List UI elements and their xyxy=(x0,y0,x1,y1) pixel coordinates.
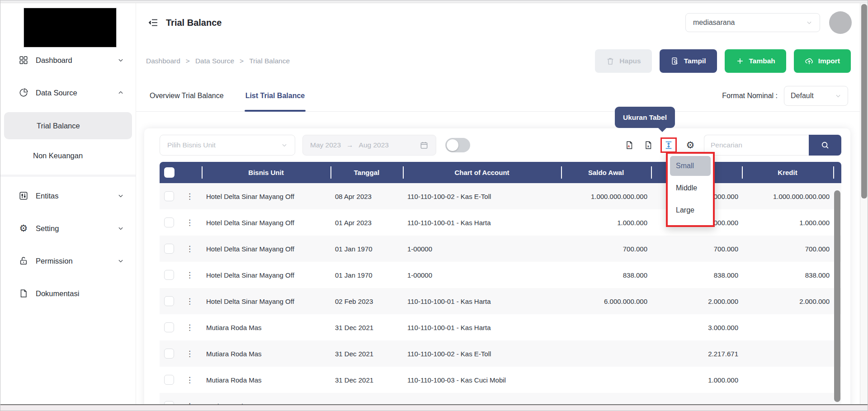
row-checkbox[interactable] xyxy=(164,191,174,201)
row-checkbox[interactable] xyxy=(164,217,174,227)
row-checkbox[interactable] xyxy=(164,322,174,332)
sidebar-item-trial-balance[interactable]: Trial Balance xyxy=(4,112,132,139)
cell-chart-of-account: 110-110-100-01 - Kas Harta xyxy=(403,298,561,305)
tab-list-trial-balance[interactable]: List Trial Balance xyxy=(245,80,305,111)
app-root: Dashboard Data Source Trial Balance Non … xyxy=(0,3,861,404)
row-checkbox[interactable] xyxy=(164,375,174,385)
row-menu-icon[interactable]: ⋮ xyxy=(186,218,193,227)
sidebar-item-data-source[interactable]: Data Source xyxy=(0,80,136,105)
chevron-down-icon xyxy=(806,19,812,26)
cell-tanggal: 01 Jan 1970 xyxy=(330,245,403,253)
breadcrumb-data-source[interactable]: Data Source xyxy=(195,57,234,65)
sidebar-item-dashboard[interactable]: Dashboard xyxy=(0,47,136,73)
row-menu-icon[interactable]: ⋮ xyxy=(186,270,193,279)
cell-saldo-awal: 1.000.000.000.000 xyxy=(561,193,651,200)
trial-balance-table: Bisnis Unit Tanggal Chart of Account Sal… xyxy=(160,162,841,404)
sidebar-item-label: Data Source xyxy=(36,89,118,97)
column-header-bisnis-unit: Bisnis Unit xyxy=(202,162,330,183)
toggle-switch[interactable] xyxy=(445,138,470,152)
table-row: ⋮Mutiara Roda Mas31 Dec 2021110-110-100-… xyxy=(160,314,841,340)
cell-bisnis-unit: Mutiara Roda Mas xyxy=(202,376,330,384)
sliders-icon xyxy=(19,191,28,201)
sidebar: Dashboard Data Source Trial Balance Non … xyxy=(0,3,136,404)
cell-bisnis-unit: Hotel Delta Sinar Mayang Off xyxy=(202,193,330,200)
sidebar-item-setting[interactable]: ⚙ Setting xyxy=(0,216,136,241)
business-unit-select[interactable]: Pilih Bisnis Unit xyxy=(160,135,295,156)
cell-debit: 2.000.000 xyxy=(651,298,742,305)
row-menu-icon[interactable]: ⋮ xyxy=(186,323,193,332)
breadcrumb: Dashboard > Data Source > Trial Balance xyxy=(146,57,290,65)
table-row: ⋮Hotel Delta Sinar Mayang Off01 Apr 2023… xyxy=(160,209,841,236)
toggle-knob xyxy=(447,139,458,151)
export-pdf-icon[interactable]: A xyxy=(624,140,634,150)
row-menu-icon[interactable]: ⋮ xyxy=(186,349,193,358)
window-top-edge xyxy=(0,0,868,3)
pie-chart-icon xyxy=(19,88,28,98)
grid-icon xyxy=(19,55,28,65)
table-row: ⋮Mutiara Roda Mas31 Dec 2021110-110-100-… xyxy=(160,367,841,393)
date-range-picker[interactable]: May 2023 → Aug 2023 xyxy=(302,135,436,156)
table-size-icon-highlight xyxy=(660,137,677,153)
sidebar-collapse-icon[interactable] xyxy=(148,17,159,28)
table-size-icon[interactable] xyxy=(664,140,674,150)
size-option-small[interactable]: Small xyxy=(670,156,711,176)
cell-kredit: 700.000 xyxy=(742,245,833,253)
breadcrumb-row: Dashboard > Data Source > Trial Balance … xyxy=(136,42,861,80)
cell-saldo-awal: 700.000 xyxy=(561,245,651,253)
cell-saldo-awal: 6.000.000.000 xyxy=(561,298,651,305)
format-nominal-select[interactable]: Default xyxy=(784,86,848,106)
gear-icon: ⚙ xyxy=(19,223,28,233)
action-buttons: Hapus Tampil Tambah Import xyxy=(595,49,851,73)
table-header: Bisnis Unit Tanggal Chart of Account Sal… xyxy=(160,162,841,183)
cell-debit: 2.217.671 xyxy=(651,350,742,358)
format-nominal-label: Format Nominal : xyxy=(722,92,778,100)
row-menu-icon[interactable]: ⋮ xyxy=(186,297,193,306)
chevron-up-icon xyxy=(118,90,124,96)
window-bottom-edge xyxy=(0,404,868,411)
tambah-button[interactable]: Tambah xyxy=(725,49,786,73)
cell-debit: 700.000 xyxy=(651,245,742,253)
row-checkbox[interactable] xyxy=(164,349,174,359)
cell-tanggal: 02 Feb 2023 xyxy=(330,298,403,305)
browser-scrollbar-thumb[interactable] xyxy=(861,4,867,198)
sidebar-item-non-keuangan[interactable]: Non Keuangan xyxy=(0,143,136,168)
company-selector[interactable]: mediasarana xyxy=(685,13,820,32)
topbar: Trial Balance mediasarana xyxy=(136,3,861,42)
size-option-middle[interactable]: Middle xyxy=(670,178,711,198)
table-settings-gear-icon[interactable]: ⚙ xyxy=(685,140,695,150)
cell-chart-of-account: 110-110-100-02 - Kas E-Toll xyxy=(403,193,561,200)
sidebar-item-permission[interactable]: Permission xyxy=(0,248,136,274)
row-checkbox[interactable] xyxy=(164,270,174,280)
sidebar-item-label: Entitas xyxy=(36,192,118,200)
export-excel-icon[interactable]: x xyxy=(643,140,653,150)
table-row: ⋮Hotel Delta Sinar Mayang Off08 Apr 2023… xyxy=(160,183,841,209)
size-option-large[interactable]: Large xyxy=(670,200,711,220)
sidebar-item-dokumentasi[interactable]: Dokumentasi xyxy=(0,281,136,306)
avatar[interactable] xyxy=(829,11,852,34)
date-from: May 2023 xyxy=(310,141,341,149)
row-checkbox[interactable] xyxy=(164,244,174,254)
import-button[interactable]: Import xyxy=(794,49,851,73)
row-checkbox[interactable] xyxy=(164,401,174,404)
row-menu-icon[interactable]: ⋮ xyxy=(186,375,193,384)
column-header-chart-of-account: Chart of Account xyxy=(403,162,561,183)
sidebar-item-entitas[interactable]: Entitas xyxy=(0,183,136,208)
row-select-cell: ⋮ xyxy=(160,349,202,359)
tab-overview-trial-balance[interactable]: Overview Trial Balance xyxy=(150,80,224,111)
breadcrumb-dashboard[interactable]: Dashboard xyxy=(146,57,180,65)
select-all-checkbox[interactable] xyxy=(164,167,175,178)
browser-window: Dashboard Data Source Trial Balance Non … xyxy=(0,0,868,411)
search-input[interactable] xyxy=(704,135,809,156)
row-menu-icon[interactable]: ⋮ xyxy=(186,192,193,201)
breadcrumb-trial-balance[interactable]: Trial Balance xyxy=(249,57,290,65)
search-button[interactable] xyxy=(809,135,841,156)
row-checkbox[interactable] xyxy=(164,296,174,306)
hapus-button[interactable]: Hapus xyxy=(595,49,651,73)
table-row: ⋮Hotel Delta Sinar Mayang Off02 Feb 2023… xyxy=(160,288,841,314)
cell-kredit: 1.000.000 xyxy=(742,219,833,227)
cell-tanggal: 31 Dec 2021 xyxy=(330,324,403,331)
row-menu-icon[interactable]: ⋮ xyxy=(186,244,193,253)
tampil-button[interactable]: Tampil xyxy=(660,49,717,73)
browser-scrollbar[interactable] xyxy=(860,3,868,404)
table-scrollbar-thumb[interactable] xyxy=(834,190,840,402)
